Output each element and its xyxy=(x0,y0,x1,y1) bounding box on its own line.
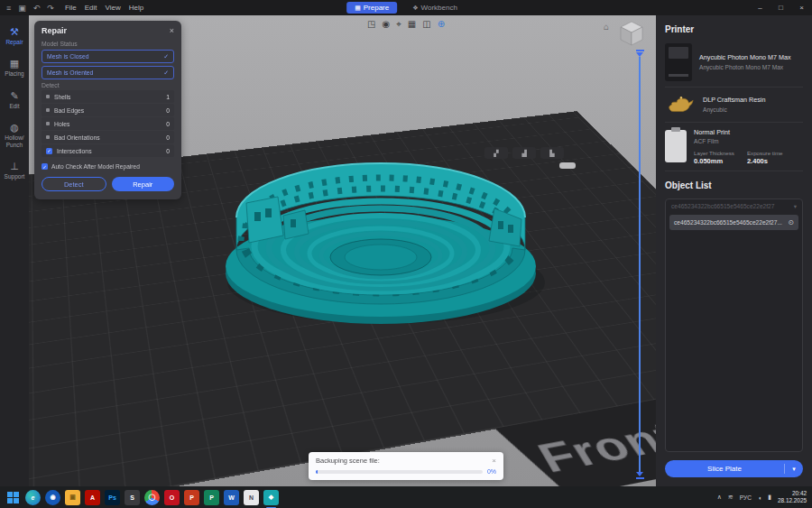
tray-chevron-icon[interactable]: ∧ xyxy=(717,494,722,501)
maximize-button[interactable]: □ xyxy=(770,0,791,15)
print-profile-selector[interactable]: Normal Print ACF Film Layer Thickness 0.… xyxy=(665,123,803,171)
undo-icon[interactable]: ↶ xyxy=(33,4,41,13)
repair-button[interactable]: Repair xyxy=(112,177,175,191)
notification-close-icon[interactable]: × xyxy=(492,457,496,465)
sidebar-item-support[interactable]: ⊥ Support xyxy=(0,159,29,182)
profile-film: ACF Film xyxy=(694,138,783,145)
taskbar-clock[interactable]: 20:42 28.12.2025 xyxy=(778,490,807,505)
detect-row-shells: Shells 1 xyxy=(42,90,174,103)
taskbar-icon-notes[interactable]: N xyxy=(244,490,259,505)
intersections-checkbox[interactable]: ✓ xyxy=(46,148,52,154)
tab-prepare[interactable]: ▦ Prepare xyxy=(346,2,397,14)
slice-options-caret-icon[interactable]: ▾ xyxy=(785,466,803,473)
taskbar-icon-browser[interactable]: ◉ xyxy=(45,490,60,505)
plate-action-button-4[interactable] xyxy=(559,162,576,169)
repair-icon: ⚒ xyxy=(10,27,19,37)
notification-label: Backuping scene file: xyxy=(316,457,380,465)
repair-panel-title: Repair xyxy=(42,26,67,35)
model-status-label: Model Status xyxy=(42,41,174,47)
visibility-eye-icon[interactable]: ⊙ xyxy=(789,218,794,226)
menu-icon[interactable]: ≡ xyxy=(6,4,11,13)
slider-bottom-handle[interactable] xyxy=(636,472,644,479)
auto-check-checkbox[interactable]: ✓ xyxy=(42,163,48,170)
bullet-icon xyxy=(46,95,50,98)
resin-lamp-icon xyxy=(665,93,696,116)
menu-view[interactable]: View xyxy=(106,4,121,12)
detect-row-label: Intersections xyxy=(57,148,166,154)
plate-action-button-2[interactable]: ▟ xyxy=(512,147,536,159)
tab-workbench[interactable]: ❖ Workbench xyxy=(404,2,466,14)
taskbar-icon-powerpoint[interactable]: P xyxy=(184,490,199,505)
taskbar-icon-app[interactable]: S xyxy=(125,490,140,505)
view-cube-gizmo[interactable] xyxy=(615,18,648,49)
tab-prepare-label: Prepare xyxy=(364,4,389,12)
taskbar-icon-photoshop[interactable]: Ps xyxy=(105,490,120,505)
resin-vendor: Anycubic xyxy=(703,106,765,114)
sidebar-item-edit[interactable]: ✎ Edit xyxy=(0,88,29,112)
taskbar-icon-chrome[interactable]: ◯ xyxy=(144,490,160,505)
minimize-button[interactable]: – xyxy=(750,0,770,15)
volume-icon[interactable]: ◖ xyxy=(758,494,761,501)
plate-dropdown-label: ce465234322bc66515e5465ce22e2f27 xyxy=(671,203,774,209)
detect-row-label: Bad Edges xyxy=(54,107,166,114)
orbit-tool-icon[interactable]: ◉ xyxy=(382,20,390,29)
plate-action-button-3[interactable]: ▙ xyxy=(540,147,564,159)
viewport-toolbar: ◳ ◉ ⌖ ▦ ◫ ⊕ xyxy=(367,20,445,29)
status-field-text: Mesh is Closed xyxy=(47,53,88,60)
repair-close-icon[interactable]: × xyxy=(170,26,174,35)
bullet-icon xyxy=(46,122,50,125)
grid-tool-icon[interactable]: ▦ xyxy=(408,20,416,29)
sidebar-item-repair[interactable]: ⚒ Repair xyxy=(0,24,29,48)
start-button[interactable] xyxy=(5,490,21,505)
save-icon[interactable]: ▣ xyxy=(18,4,26,13)
plate-action-button-1[interactable]: ▞ xyxy=(484,147,508,159)
menu-help[interactable]: Help xyxy=(129,4,143,12)
sidebar-item-placing[interactable]: ▦ Placing xyxy=(0,56,29,79)
menu-edit[interactable]: Edit xyxy=(85,4,97,12)
detect-row-value: 0 xyxy=(166,148,170,154)
slice-plate-button[interactable]: Slice Plate ▾ xyxy=(665,460,803,477)
battery-icon[interactable]: ▮ xyxy=(768,494,771,501)
home-view-icon[interactable]: ⌂ xyxy=(604,22,609,32)
slider-top-handle[interactable] xyxy=(636,50,644,57)
taskbar-icon-photon-workshop[interactable]: ◆ xyxy=(263,490,279,505)
check-icon: ✓ xyxy=(163,69,169,77)
resin-name: DLP Craftsman Resin xyxy=(703,96,765,104)
amphitheater-model[interactable] xyxy=(218,156,550,337)
object-list: ce465234322bc66515e5465ce22e2f27 ▾ ce465… xyxy=(665,199,803,452)
detect-row-holes: Holes 0 xyxy=(42,117,174,130)
edit-icon: ✎ xyxy=(10,91,18,101)
plate-dropdown[interactable]: ce465234322bc66515e5465ce22e2f27 ▾ xyxy=(666,199,802,214)
detect-button[interactable]: Detect xyxy=(42,177,106,191)
taskbar-icon-opera[interactable]: O xyxy=(164,490,180,505)
status-field-mesh-oriented: Mesh is Oriented ✓ xyxy=(42,66,174,79)
select-tool-icon[interactable]: ◳ xyxy=(367,20,375,29)
network-icon[interactable]: ≋ xyxy=(728,494,734,501)
menu-file[interactable]: File xyxy=(65,4,77,12)
chevron-down-icon: ▾ xyxy=(794,203,797,210)
target-tool-icon[interactable]: ⌖ xyxy=(396,20,401,29)
close-button[interactable]: × xyxy=(791,0,812,15)
detect-row-bad-orientations: Bad Orientations 0 xyxy=(42,131,174,143)
slider-track[interactable] xyxy=(639,57,641,472)
workbench-tab-icon: ❖ xyxy=(412,5,418,12)
taskbar-icon-explorer[interactable]: ▣ xyxy=(65,490,80,505)
sidebar-item-hollow-punch[interactable]: ◍ Hollow/ Punch xyxy=(0,120,29,151)
sidebar-item-label: Repair xyxy=(5,39,23,45)
resin-selector[interactable]: DLP Craftsman Resin Anycubic xyxy=(665,88,803,123)
redo-icon[interactable]: ↷ xyxy=(47,4,54,13)
taskbar-icon-acrobat[interactable]: A xyxy=(85,490,100,505)
section-tool-icon[interactable]: ◫ xyxy=(422,20,430,29)
object-list-item[interactable]: ce465234322bc66515e5465ce22e2f27... ⊙ xyxy=(669,215,798,230)
support-icon: ⊥ xyxy=(10,162,19,171)
taskbar-icon-app-green[interactable]: P xyxy=(204,490,219,505)
taskbar-icon-edge[interactable]: e xyxy=(25,490,41,505)
network-tool-icon[interactable]: ⊕ xyxy=(438,20,445,29)
prepare-tab-icon: ▦ xyxy=(355,5,361,12)
printer-selector[interactable]: Anycubic Photon Mono M7 Max Anycubic Pho… xyxy=(665,38,803,88)
app-window: ≡ ▣ ↶ ↷ File Edit View Help ▦ Prepare ❖ … xyxy=(0,0,812,508)
language-indicator[interactable]: РУС xyxy=(740,494,752,501)
detect-section-label: Detect xyxy=(42,82,174,88)
taskbar-icon-word[interactable]: W xyxy=(224,490,239,505)
exposure-time-label: Exposure time xyxy=(747,150,783,156)
